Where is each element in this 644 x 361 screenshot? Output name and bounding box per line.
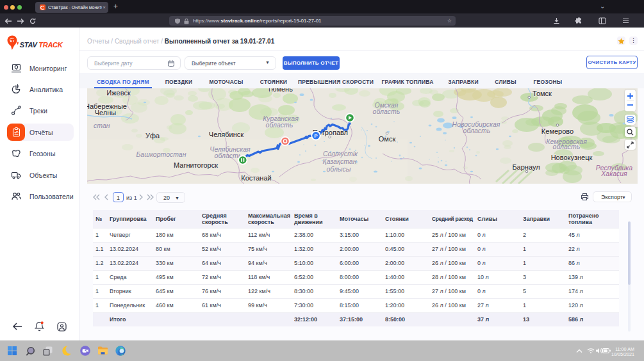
svg-text:область: область <box>373 108 400 115</box>
svg-text:Магнитогорск: Магнитогорск <box>174 161 218 169</box>
svg-text:область: область <box>553 143 581 150</box>
svg-text:Челны: Челны <box>95 109 117 116</box>
svg-text:TRACK: TRACK <box>38 41 63 49</box>
svg-text:Кемерово: Кемерово <box>541 127 574 135</box>
svg-text:Хакасия: Хакасия <box>600 170 627 177</box>
svg-text:Омск: Омск <box>379 135 396 143</box>
svg-text:Ижевск: Ижевск <box>106 89 131 97</box>
svg-text:Солтустік: Солтустік <box>323 150 358 157</box>
svg-text:Томск: Томск <box>533 90 552 97</box>
svg-text:область: область <box>215 152 242 159</box>
svg-text:Барнаул: Барнаул <box>512 163 540 171</box>
svg-text:Уфа: Уфа <box>145 132 160 140</box>
svg-text:стан: стан <box>94 122 110 129</box>
svg-text:Қазақстан: Қазақстан <box>323 157 357 165</box>
svg-text:облысы: облысы <box>326 165 351 173</box>
svg-text:Новокузнецк: Новокузнецк <box>551 154 593 161</box>
svg-text:Башкортостан: Башкортостан <box>136 150 186 158</box>
svg-text:область: область <box>266 121 293 129</box>
svg-text:Тюмень: Тюмень <box>267 88 293 93</box>
svg-text:область: область <box>463 127 491 134</box>
svg-text:P: P <box>314 133 318 139</box>
svg-text:Костанай: Костанай <box>241 174 271 182</box>
svg-text:STAV: STAV <box>20 41 38 49</box>
svg-text:Челябинск: Челябинск <box>209 131 244 138</box>
